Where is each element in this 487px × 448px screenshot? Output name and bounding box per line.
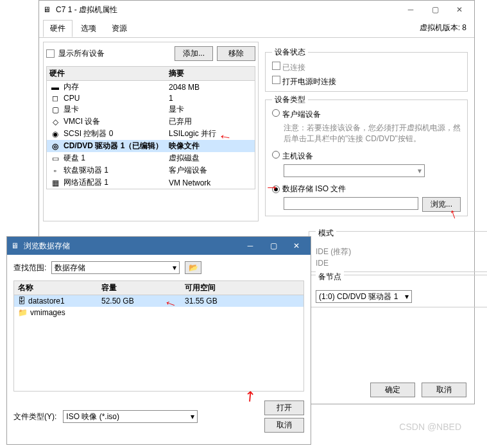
hw-summary: 2048 MB (169, 83, 200, 92)
hw-name: 显卡 (64, 104, 169, 115)
dialog-cancel-button[interactable]: 取消 (264, 418, 304, 433)
ds-name: datastore1 (28, 297, 65, 306)
client-device-radio[interactable] (272, 109, 280, 117)
client-hint: 注意：若要连接该设备，您必须打开虚拟机电源，然后单击工具栏中的"连接 CD/DV… (284, 123, 461, 144)
hw-name: CD/DVD 驱动器 1（已编辑） (64, 141, 169, 151)
minimize-button[interactable]: ─ (239, 238, 262, 254)
vm-version-label: 虚拟机版本: 8 (420, 22, 466, 33)
connected-checkbox[interactable] (272, 62, 280, 70)
cancel-button[interactable]: 取消 (422, 383, 466, 397)
hw-summary: 已弃用 (169, 116, 192, 127)
hardware-row[interactable]: ▫软盘驱动器 1客户端设备 (47, 164, 255, 177)
hardware-list: ▬内存2048 MB◻CPU1▢显卡显卡◇VMCI 设备已弃用◉SCSI 控制器… (46, 81, 255, 189)
hw-icon: ▭ (49, 154, 61, 163)
datastore-row[interactable]: 📁vmimages (14, 307, 303, 318)
remove-button[interactable]: 移除 (217, 46, 255, 61)
hardware-row[interactable]: ▢显卡显卡 (47, 103, 255, 116)
hw-icon: ▫ (49, 166, 61, 175)
hw-name: CPU (64, 94, 169, 103)
datastore-list: 🗄datastore152.50 GB31.55 GB📁vmimages (13, 295, 304, 392)
main-title: C7 1 - 虚拟机属性 (56, 4, 398, 15)
close-button[interactable]: ✕ (285, 238, 308, 254)
ds-capacity (98, 311, 181, 314)
main-titlebar: 🖥 C7 1 - 虚拟机属性 ─ ▢ ✕ (39, 1, 474, 19)
hw-name: SCSI 控制器 0 (64, 128, 169, 139)
iso-label: 数据存储 ISO 文件 (282, 184, 346, 193)
browse-titlebar: 🖥 浏览数据存储 ─ ▢ ✕ (7, 237, 311, 255)
chevron-down-icon: ▾ (191, 412, 194, 421)
add-button[interactable]: 添加... (175, 46, 213, 61)
hardware-row[interactable]: ◎CD/DVD 驱动器 1（已编辑）映像文件 (47, 140, 255, 152)
chevron-down-icon: ▾ (405, 292, 409, 301)
vdev-group: 备节点 (1:0) CD/DVD 驱动器 1▾ (309, 275, 487, 307)
datastore-row[interactable]: 🗄datastore152.50 GB31.55 GB (14, 295, 303, 307)
tab-options[interactable]: 选项 (74, 20, 103, 37)
ds-name: vmimages (30, 308, 65, 317)
hardware-row[interactable]: ◉SCSI 控制器 0LSILogic 并行 (47, 128, 255, 140)
host-device-select[interactable]: ▾ (284, 164, 425, 177)
hardware-row[interactable]: ◻CPU1 (47, 93, 255, 103)
hw-icon: ◇ (49, 117, 61, 126)
col-free: 可用空间 (181, 281, 303, 295)
ds-capacity: 52.50 GB (98, 295, 181, 307)
ds-icon: 🗄 (18, 297, 26, 306)
hw-icon: ▦ (49, 178, 61, 187)
mode-legend: 模式 (316, 228, 336, 239)
close-button[interactable]: ✕ (447, 2, 472, 17)
host-device-radio[interactable] (272, 151, 280, 159)
mode-group: 模式 IDE (推荐) IDE (309, 231, 487, 272)
hw-summary: VM Network (169, 178, 210, 187)
connected-label: 已连接 (282, 63, 305, 72)
hardware-row[interactable]: ▭硬盘 1虚拟磁盘 (47, 152, 255, 164)
tab-resources[interactable]: 资源 (105, 20, 134, 37)
watermark: CSDN @NBED (399, 422, 461, 432)
hw-summary: LSILogic 并行 (169, 128, 216, 139)
hw-name: 网络适配器 1 (64, 177, 169, 188)
iso-radio[interactable] (272, 185, 280, 193)
hw-summary: 1 (169, 94, 173, 103)
scope-select[interactable]: 数据存储▾ (51, 261, 180, 274)
vdev-select[interactable]: (1:0) CD/DVD 驱动器 1▾ (316, 290, 412, 303)
scope-label: 查找范围: (13, 263, 46, 273)
hw-summary: 显卡 (169, 104, 184, 115)
device-type-group: 设备类型 客户端设备 注意：若要连接该设备，您必须打开虚拟机电源，然后单击工具栏… (265, 94, 468, 216)
hw-icon: ▢ (49, 105, 61, 114)
connect-power-label: 打开电源时连接 (282, 77, 336, 86)
hw-summary: 虚拟磁盘 (169, 153, 200, 164)
open-button[interactable]: 打开 (264, 401, 304, 415)
ds-header: 名称 容量 可用空间 (13, 280, 304, 295)
mode-ide: IDE (316, 259, 487, 268)
hw-header: 硬件 摘要 (46, 66, 255, 81)
browse-button[interactable]: 浏览... (422, 197, 461, 212)
up-folder-button[interactable]: 📂 (185, 261, 201, 274)
hw-icon: ▬ (49, 83, 61, 92)
ds-free: 31.55 GB (181, 295, 303, 307)
hardware-row[interactable]: ▬内存2048 MB (47, 81, 255, 93)
hw-summary: 客户端设备 (169, 165, 207, 176)
col-hardware: 硬件 (49, 68, 169, 79)
client-device-label: 客户端设备 (282, 110, 321, 119)
maximize-button[interactable]: ▢ (262, 238, 285, 254)
col-name: 名称 (14, 281, 98, 295)
ok-button[interactable]: 确定 (370, 383, 415, 397)
browse-title: 浏览数据存储 (24, 241, 239, 252)
hw-icon: ◉ (49, 130, 61, 139)
iso-path-input[interactable] (284, 197, 418, 210)
status-legend: 设备状态 (272, 47, 308, 58)
minimize-button[interactable]: ─ (398, 2, 423, 17)
hw-icon: ◻ (49, 94, 61, 103)
hw-name: 软盘驱动器 1 (64, 165, 169, 176)
maximize-button[interactable]: ▢ (423, 2, 447, 17)
hw-name: 硬盘 1 (64, 153, 169, 164)
host-device-label: 主机设备 (282, 151, 313, 160)
col-summary: 摘要 (169, 68, 184, 79)
devtype-legend: 设备类型 (272, 94, 308, 105)
hardware-row[interactable]: ▦网络适配器 1VM Network (47, 177, 255, 189)
ds-free (181, 311, 303, 314)
hw-summary: 映像文件 (169, 141, 200, 151)
hardware-row[interactable]: ◇VMCI 设备已弃用 (47, 116, 255, 128)
tab-hardware[interactable]: 硬件 (43, 20, 73, 37)
connect-power-checkbox[interactable] (272, 76, 280, 84)
filetype-select[interactable]: ISO 映像 (*.iso)▾ (63, 410, 198, 423)
show-all-checkbox[interactable] (46, 49, 55, 58)
